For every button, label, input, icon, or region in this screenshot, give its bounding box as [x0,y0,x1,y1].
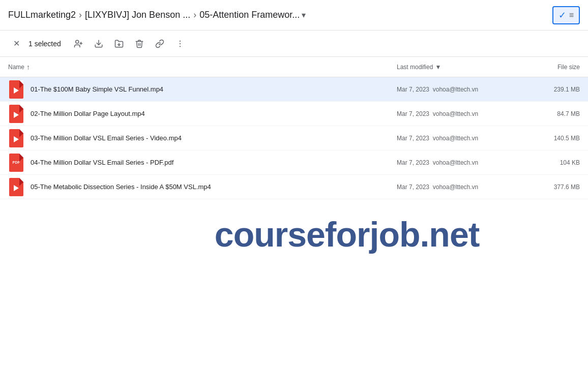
pdf-icon: PDF [9,154,23,172]
breadcrumb-sep-1: › [79,10,82,20]
file-list-header: Name ↑ Last modified ▼ File size [0,57,588,77]
file-icon-container [8,81,24,98]
file-modified: Mar 7, 2023 vohoa@lttech.vn [397,184,519,191]
table-row[interactable]: 03-The Million Dollar VSL Email Series -… [0,126,588,150]
sort-arrow-icon: ↑ [26,63,30,71]
file-list: 01-The $100M Baby Simple VSL Funnel.mp4 … [0,77,588,199]
file-size: 377.6 MB [519,184,580,191]
video-icon [9,129,23,147]
file-size: 84.7 MB [519,110,580,117]
selection-toolbar: ✕ 1 selected [0,30,588,57]
video-icon [9,80,23,99]
selected-count-label: 1 selected [28,40,61,48]
move-button[interactable] [110,35,128,53]
file-icon-container [8,106,24,122]
view-toggle-button[interactable]: ✓ ≡ [552,6,580,24]
file-modified: Mar 7, 2023 vohoa@lttech.vn [397,159,519,166]
svg-point-5 [180,40,181,41]
video-icon [9,105,23,123]
watermark: courseforjob.net [215,215,480,254]
header-actions: ✓ ≡ [552,6,580,24]
file-icon-container: PDF [8,155,24,171]
table-row[interactable]: 01-The $100M Baby Simple VSL Funnel.mp4 … [0,77,588,102]
file-icon-container [8,179,24,195]
column-size-header: File size [519,64,580,71]
breadcrumb-sep-2: › [193,10,196,20]
table-row[interactable]: 05-The Metabolic Dissection Series - Ins… [0,175,588,199]
column-size-label: File size [557,64,580,71]
lines-icon: ≡ [569,11,574,20]
file-size: 239.1 MB [519,86,580,93]
column-modified-label: Last modified [397,64,433,71]
trash-icon [135,39,144,48]
download-icon [94,39,103,48]
file-modified: Mar 7, 2023 vohoa@lttech.vn [397,86,519,93]
svg-point-7 [180,46,181,47]
delete-button[interactable] [130,35,149,53]
breadcrumb-root[interactable]: FULLmarketing2 [8,10,76,20]
file-icon-container [8,130,24,146]
breadcrumb-bar: FULLmarketing2 › [LIXYBIVJ] Jon Benson .… [0,0,588,30]
file-name: 01-The $100M Baby Simple VSL Funnel.mp4 [31,85,397,93]
svg-point-0 [76,40,79,43]
more-options-button[interactable] [171,35,189,53]
breadcrumb-last[interactable]: 05-Attention Framewor... [199,10,300,20]
more-vert-icon [175,39,185,48]
file-size: 104 KB [519,159,580,166]
file-modified: Mar 7, 2023 vohoa@lttech.vn [397,135,519,142]
checkmark-icon: ✓ [558,10,566,21]
file-name: 02-The Million Dollar Page Layout.mp4 [31,110,397,117]
column-modified-header[interactable]: Last modified ▼ [397,64,519,71]
video-icon [9,178,23,196]
column-name-header[interactable]: Name ↑ [8,63,397,71]
file-name: 05-The Metabolic Dissection Series - Ins… [31,183,397,191]
file-modified: Mar 7, 2023 vohoa@lttech.vn [397,110,519,117]
deselect-button[interactable]: ✕ [8,36,24,52]
file-name: 03-The Million Dollar VSL Email Series -… [31,134,397,142]
file-size: 140.5 MB [519,135,580,142]
move-folder-icon [114,39,124,48]
sort-desc-icon: ▼ [435,64,441,71]
add-person-icon [74,39,83,48]
column-name-label: Name [8,64,24,71]
svg-point-6 [180,43,181,44]
link-icon [155,39,164,48]
breadcrumb-middle[interactable]: [LIXYBIVJ] Jon Benson ... [85,10,190,20]
table-row[interactable]: PDF 04-The Million Dollar VSL Email Seri… [0,150,588,175]
breadcrumb-chevron-icon[interactable]: ▾ [302,10,306,20]
file-name: 04-The Million Dollar VSL Email Series -… [31,159,397,166]
table-row[interactable]: 02-The Million Dollar Page Layout.mp4 Ma… [0,102,588,126]
close-icon: ✕ [13,39,20,48]
get-link-button[interactable] [151,35,169,53]
download-button[interactable] [90,35,108,53]
share-button[interactable] [69,35,87,53]
